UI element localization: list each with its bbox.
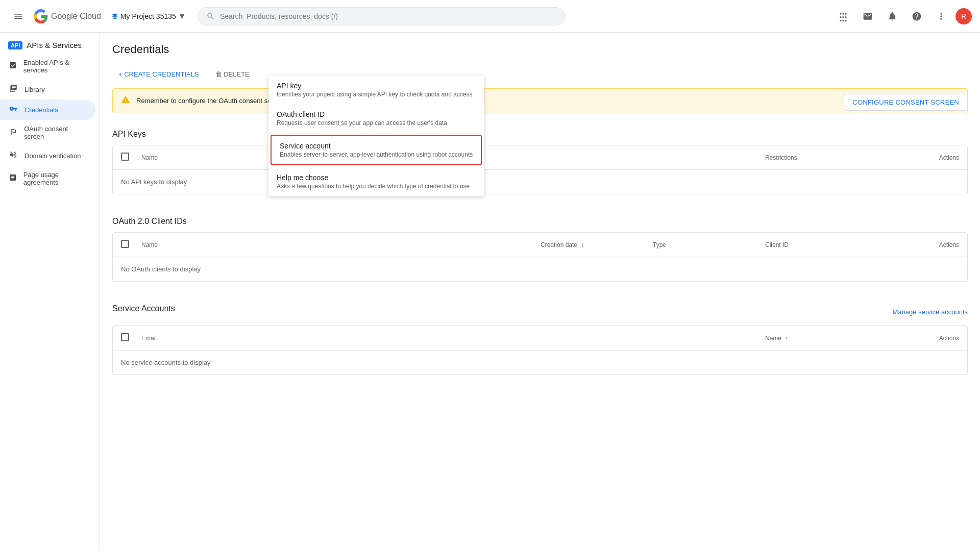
sort-asc-icon: ↑ bbox=[785, 335, 788, 342]
api-keys-section: API Keys Name Restrictions Actions No AP… bbox=[100, 119, 980, 194]
sa-select-all-checkbox[interactable] bbox=[121, 333, 129, 341]
app-layout: API APIs & Services Enabled APIs & servi… bbox=[0, 33, 980, 551]
credentials-icon bbox=[8, 105, 18, 115]
menu-item-api-key-title: API key bbox=[277, 82, 476, 90]
topbar-right: R bbox=[833, 6, 972, 27]
oauth-clients-title: OAuth 2.0 Client IDs bbox=[112, 217, 968, 226]
sa-name-col-header: Name ↑ bbox=[765, 335, 918, 342]
api-keys-table-header: Name Restrictions Actions bbox=[113, 145, 967, 170]
sa-email-col-header: Email bbox=[141, 335, 765, 342]
page-title: Credentials bbox=[112, 43, 968, 56]
sidebar-item-enabled-apis[interactable]: Enabled APIs & services bbox=[0, 54, 95, 79]
project-dropdown-icon: ▼ bbox=[178, 12, 186, 21]
sidebar-item-label: Domain verification bbox=[24, 152, 81, 160]
search-bar[interactable] bbox=[198, 7, 565, 26]
toolbar: + CREATE CREDENTIALS 🗑 DELETE bbox=[100, 60, 980, 82]
sa-table-header: Email Name ↑ Actions bbox=[113, 326, 967, 350]
menu-item-service-account[interactable]: Service account Enables server-to-server… bbox=[271, 135, 482, 165]
menu-item-api-key-desc: Identifies your project using a simple A… bbox=[277, 91, 476, 98]
oauth-actions-col-header: Actions bbox=[918, 241, 959, 248]
google-cloud-text: Google Cloud bbox=[51, 12, 101, 21]
sidebar-item-page-usage[interactable]: Page usage agreements bbox=[0, 166, 95, 191]
sidebar-title: APIs & Services bbox=[27, 41, 82, 49]
sidebar: API APIs & Services Enabled APIs & servi… bbox=[0, 33, 100, 551]
menu-item-help-desc: Asks a few questions to help you decide … bbox=[277, 183, 476, 190]
api-keys-table: Name Restrictions Actions No API keys to… bbox=[112, 145, 968, 194]
service-accounts-header-row: Service Accounts Manage service accounts bbox=[112, 304, 968, 319]
menu-item-oauth-title: OAuth client ID bbox=[277, 110, 476, 118]
manage-service-accounts-link[interactable]: Manage service accounts bbox=[893, 308, 968, 316]
menu-item-oauth-desc: Requests user consent so your app can ac… bbox=[277, 119, 476, 127]
service-accounts-table: Email Name ↑ Actions No service accounts… bbox=[112, 325, 968, 375]
topbar: Google Cloud My Project 35135 ▼ R bbox=[0, 0, 980, 33]
oauth-select-all-checkbox[interactable] bbox=[121, 240, 129, 248]
api-keys-actions-col-header: Actions bbox=[918, 154, 959, 161]
domain-verification-icon bbox=[8, 151, 18, 161]
create-credentials-button[interactable]: + CREATE CREDENTIALS bbox=[112, 66, 205, 82]
oauth-type-col-header: Type bbox=[653, 241, 765, 248]
topbar-left: Google Cloud My Project 35135 ▼ bbox=[8, 6, 191, 27]
menu-item-sa-desc: Enables server-to-server, app-level auth… bbox=[280, 151, 473, 158]
sidebar-item-label: Page usage agreements bbox=[23, 171, 87, 186]
oauth-clients-table: Name Creation date ↓ Type Client ID Acti… bbox=[112, 232, 968, 282]
alert-icon bbox=[121, 95, 130, 107]
oauth-clients-section: OAuth 2.0 Client IDs Name Creation date … bbox=[100, 207, 980, 282]
hamburger-menu-icon[interactable] bbox=[8, 6, 29, 27]
menu-item-sa-title: Service account bbox=[280, 142, 473, 150]
oauth-empty-message: No OAuth clients to display bbox=[113, 257, 967, 281]
notifications-icon[interactable] bbox=[882, 6, 902, 27]
help-icon[interactable] bbox=[906, 6, 927, 27]
oauth-consent-icon bbox=[8, 128, 18, 138]
oauth-creation-col-header: Creation date ↓ bbox=[541, 241, 653, 248]
sidebar-item-credentials[interactable]: Credentials bbox=[0, 99, 95, 120]
google-cloud-logo: Google Cloud bbox=[34, 9, 101, 23]
sidebar-item-label: Credentials bbox=[24, 106, 58, 114]
delete-button[interactable]: 🗑 DELETE bbox=[209, 66, 256, 82]
api-keys-select-all-checkbox[interactable] bbox=[121, 153, 129, 161]
menu-item-api-key[interactable]: API key Identifies your project using a … bbox=[268, 76, 484, 104]
avatar[interactable]: R bbox=[955, 8, 972, 24]
service-accounts-section: Service Accounts Manage service accounts… bbox=[100, 294, 980, 375]
page-usage-icon bbox=[8, 173, 17, 184]
api-keys-title: API Keys bbox=[112, 130, 968, 139]
create-credentials-dropdown: API key Identifies your project using a … bbox=[268, 76, 484, 196]
api-keys-empty-message: No API keys to display bbox=[113, 170, 967, 194]
search-input[interactable] bbox=[220, 12, 556, 20]
api-badge: API bbox=[8, 41, 22, 49]
search-icon bbox=[206, 12, 215, 21]
menu-item-help-title: Help me choose bbox=[277, 173, 476, 182]
menu-item-help-choose[interactable]: Help me choose Asks a few questions to h… bbox=[268, 167, 484, 196]
sa-empty-message: No service accounts to display bbox=[113, 350, 967, 374]
delete-label: 🗑 DELETE bbox=[215, 70, 250, 78]
page-header: Credentials bbox=[100, 33, 980, 56]
oauth-table-header: Name Creation date ↓ Type Client ID Acti… bbox=[113, 233, 967, 257]
sidebar-header: API APIs & Services bbox=[0, 33, 100, 54]
oauth-clientid-col-header: Client ID bbox=[765, 241, 918, 248]
project-selector[interactable]: My Project 35135 ▼ bbox=[106, 9, 191, 24]
enabled-apis-icon bbox=[8, 61, 17, 71]
more-options-icon[interactable] bbox=[931, 6, 951, 27]
apps-icon[interactable] bbox=[833, 6, 853, 27]
library-icon bbox=[8, 84, 18, 94]
main-content: Credentials + CREATE CREDENTIALS 🗑 DELET… bbox=[100, 33, 980, 551]
sa-actions-col-header: Actions bbox=[918, 335, 959, 342]
api-keys-restrictions-col-header: Restrictions bbox=[765, 154, 918, 161]
sidebar-item-label: Enabled APIs & services bbox=[23, 59, 87, 74]
sidebar-item-label: OAuth consent screen bbox=[24, 125, 87, 140]
configure-consent-screen-button[interactable]: CONFIGURE CONSENT SCREEN bbox=[844, 94, 968, 111]
menu-item-oauth-client[interactable]: OAuth client ID Requests user consent so… bbox=[268, 104, 484, 133]
sidebar-item-oauth-consent[interactable]: OAuth consent screen bbox=[0, 120, 95, 145]
gmail-icon[interactable] bbox=[857, 6, 878, 27]
sort-desc-icon: ↓ bbox=[581, 241, 584, 248]
alert-bar: Remember to configure the OAuth consent … bbox=[112, 88, 968, 113]
sidebar-item-library[interactable]: Library bbox=[0, 79, 95, 99]
sidebar-item-domain-verification[interactable]: Domain verification bbox=[0, 145, 95, 166]
project-name: My Project 35135 bbox=[120, 12, 176, 20]
oauth-name-col-header: Name bbox=[141, 241, 541, 248]
service-accounts-title: Service Accounts bbox=[112, 304, 175, 313]
sidebar-item-label: Library bbox=[24, 86, 45, 93]
create-credentials-label: + CREATE CREDENTIALS bbox=[118, 70, 199, 78]
